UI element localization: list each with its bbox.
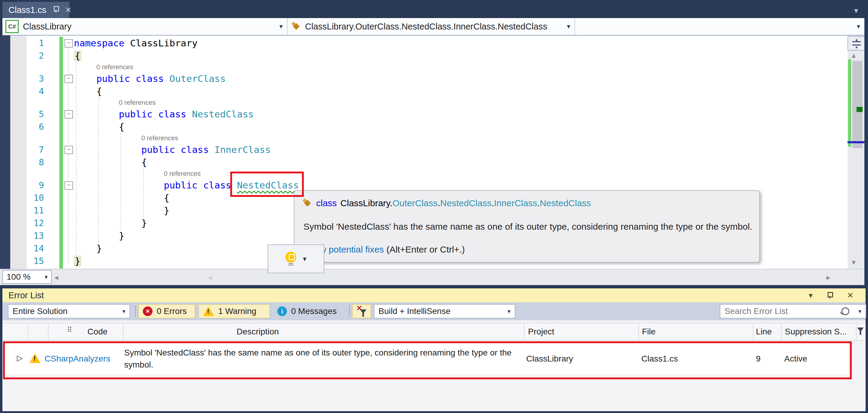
code-line[interactable]: } <box>74 229 124 242</box>
code-line[interactable]: namespace ClassLibrary <box>74 37 198 49</box>
info-icon: i <box>277 306 287 316</box>
code-segment: public class <box>96 73 170 84</box>
error-list-titlebar[interactable]: Error List ▾ ✕ <box>2 288 866 302</box>
code-line[interactable]: public class OuterClass <box>74 72 226 85</box>
scroll-right-icon[interactable]: ▸ <box>827 273 830 282</box>
column-header-description[interactable]: Description <box>237 323 279 341</box>
codelens-references[interactable]: 0 references <box>119 99 156 107</box>
chevron-down-icon: ▾ <box>122 308 125 315</box>
line-number: 1 <box>12 37 44 49</box>
tab-class1[interactable]: Class1.cs ✕ <box>2 2 69 18</box>
scroll-up-icon[interactable]: ▴ <box>852 50 856 60</box>
path-part: ClassLibrary <box>340 198 390 208</box>
chevron-down-icon: ▾ <box>44 273 48 281</box>
code-segment: namespace <box>74 38 124 48</box>
code-segment: NestedClass <box>192 109 254 119</box>
scroll-left-ghost-icon: ◂ <box>208 273 212 282</box>
code-line[interactable]: { <box>74 192 169 204</box>
horizontal-scrollbar[interactable] <box>0 269 864 286</box>
code-segment: { <box>74 50 82 61</box>
pin-icon[interactable] <box>827 292 832 299</box>
member-dropdown[interactable]: ClassLibrary.OuterClass.NestedClass.Inne… <box>287 18 575 35</box>
code-line[interactable]: } <box>74 242 102 255</box>
line-number: 4 <box>12 85 44 98</box>
project-dropdown[interactable]: C# ClassLibrary ▾ <box>2 18 287 35</box>
column-separator <box>123 323 124 340</box>
path-dot: . <box>537 198 539 208</box>
csharp-file-icon: C# <box>5 20 19 33</box>
zoom-selector[interactable]: 100 % ▾ <box>2 270 52 284</box>
vertical-scrollbar-thumb[interactable] <box>852 61 863 148</box>
code-segment: } <box>164 205 170 216</box>
code-segment: public class <box>119 109 192 119</box>
line-number: 10 <box>12 192 44 204</box>
line-number: 8 <box>12 156 44 169</box>
line-number: 5 <box>12 108 44 121</box>
codelens-references[interactable]: 0 references <box>141 134 178 142</box>
code-segment: public class <box>164 180 237 191</box>
path-part: NestedClass <box>540 198 591 208</box>
quick-actions-button[interactable]: ▾ <box>268 244 324 273</box>
code-line[interactable]: { <box>74 85 102 98</box>
splitter-icon: ▴ <box>855 38 858 41</box>
column-header-code[interactable]: Code <box>87 323 107 341</box>
code-line[interactable]: } <box>74 255 82 267</box>
window-position-chevron-icon[interactable]: ▾ <box>809 291 812 300</box>
error-list-header[interactable] <box>2 323 866 341</box>
codelens-references[interactable]: 0 references <box>164 170 201 178</box>
chevron-down-icon: ▾ <box>567 23 570 30</box>
column-header-suppression[interactable]: Suppression S... <box>785 323 846 341</box>
line-number: 15 <box>12 255 44 267</box>
code-line[interactable]: public class InnerClass <box>74 143 271 156</box>
scroll-down-icon[interactable]: ▾ <box>852 258 856 267</box>
scroll-left-icon[interactable]: ◂ <box>54 273 58 282</box>
chevron-down-icon: ▾ <box>303 255 307 263</box>
collapse-minus-icon[interactable]: − <box>64 75 73 83</box>
column-header-file[interactable]: File <box>642 323 655 341</box>
collapse-minus-icon[interactable]: − <box>64 181 73 190</box>
zoom-value: 100 % <box>7 272 30 282</box>
code-line[interactable]: public class NestedClass <box>74 108 254 121</box>
panel-divider <box>0 285 868 288</box>
source-filter-dropdown[interactable]: Build + IntelliSense ▾ <box>374 304 516 318</box>
code-line[interactable]: } <box>74 204 169 217</box>
quick-info-tooltip: class ClassLibrary.OuterClass.NestedClas… <box>294 190 760 263</box>
warnings-filter-button[interactable]: 1 Warning <box>198 304 270 318</box>
collapse-minus-icon[interactable]: − <box>64 146 73 154</box>
code-line[interactable]: { <box>74 121 124 133</box>
clear-filters-button[interactable]: ✕ <box>352 304 371 318</box>
path-dot: . <box>390 198 393 208</box>
code-line[interactable]: } <box>74 217 147 229</box>
messages-filter-button[interactable]: i 0 Messages <box>273 304 347 318</box>
scope-dropdown[interactable]: Entire Solution ▾ <box>8 304 130 318</box>
editor-right-frame <box>864 36 868 285</box>
close-icon[interactable]: ✕ <box>847 291 854 300</box>
split-editor-button[interactable]: ▴ ▾ <box>847 36 866 50</box>
code-line[interactable]: { <box>74 49 82 62</box>
column-separator <box>48 323 49 340</box>
close-icon[interactable]: ✕ <box>65 5 72 15</box>
errors-filter-button[interactable]: ✕ 0 Errors <box>138 304 195 318</box>
code-line[interactable]: { <box>74 156 147 169</box>
column-separator <box>856 323 857 340</box>
search-input[interactable]: Search Error List ▾ <box>720 304 866 318</box>
pin-icon[interactable] <box>53 5 59 15</box>
messages-count-label: 0 Messages <box>291 306 337 316</box>
class-icon <box>303 199 312 208</box>
codelens-references[interactable]: 0 references <box>96 63 133 71</box>
search-placeholder: Search Error List <box>724 306 788 316</box>
column-header-line[interactable]: Line <box>756 323 772 341</box>
collapse-minus-icon[interactable]: − <box>64 110 73 118</box>
method-dropdown[interactable]: ▾ <box>575 18 864 35</box>
code-segment: public class <box>141 144 215 155</box>
code-segment: { <box>119 121 124 132</box>
collapse-minus-icon[interactable]: − <box>64 39 73 47</box>
code-segment: } <box>96 243 102 254</box>
source-filter-value: Build + IntelliSense <box>378 306 451 316</box>
path-part: OuterClass <box>393 198 438 208</box>
column-separator <box>524 323 524 340</box>
navigation-bar: C# ClassLibrary ▾ ClassLibrary.OuterClas… <box>2 18 864 36</box>
tab-list-chevron-icon[interactable]: ▾ <box>854 6 858 15</box>
column-header-project[interactable]: Project <box>528 323 554 341</box>
toolbar-separator <box>135 305 135 317</box>
